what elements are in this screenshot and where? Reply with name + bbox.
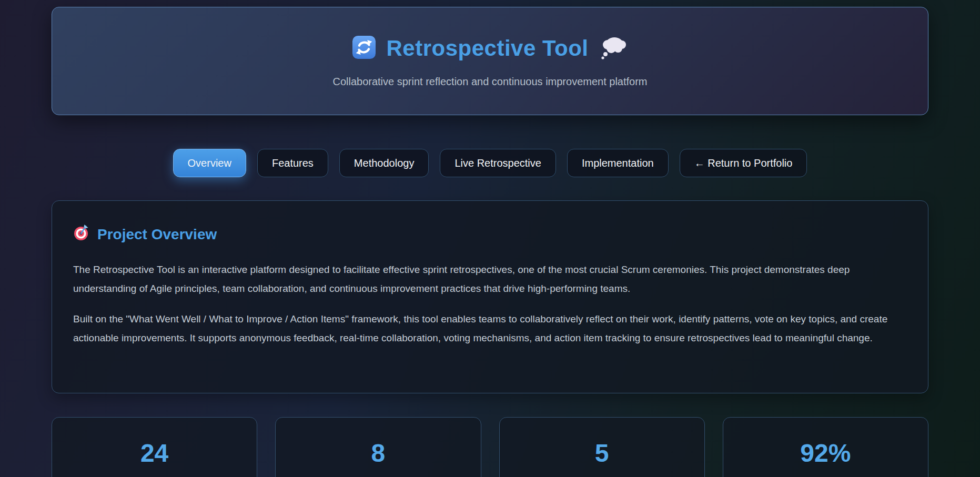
tab-live-retrospective[interactable]: Live Retrospective (440, 149, 556, 177)
hero-header-card: Retrospective Tool Collaborative sprint … (52, 7, 928, 115)
title-row: Retrospective Tool (352, 35, 629, 62)
thought-balloon-icon (599, 35, 628, 62)
overview-paragraph-1: The Retrospective Tool is an interactive… (73, 260, 907, 298)
project-overview-card: Project Overview The Retrospective Tool … (52, 200, 928, 393)
section-heading-text: Project Overview (97, 226, 217, 243)
tab-implementation[interactable]: Implementation (567, 149, 669, 177)
return-to-portfolio-button[interactable]: ← Return to Portfolio (680, 149, 807, 177)
section-heading: Project Overview (73, 224, 907, 245)
stat-card: 5 (499, 417, 705, 477)
stat-card: 92% (723, 417, 928, 477)
page-container: Retrospective Tool Collaborative sprint … (52, 0, 928, 477)
stat-value: 8 (371, 439, 386, 468)
stat-card: 8 (275, 417, 481, 477)
dart-target-icon (73, 224, 90, 245)
tab-bar: Overview Features Methodology Live Retro… (52, 149, 928, 177)
stats-row: 24 8 5 92% (52, 417, 928, 477)
overview-paragraph-2: Built on the "What Went Well / What to I… (73, 310, 907, 348)
stat-value: 24 (140, 439, 168, 468)
stat-value: 92% (800, 439, 851, 468)
tab-features[interactable]: Features (257, 149, 328, 177)
stat-card: 24 (52, 417, 257, 477)
page-subtitle: Collaborative sprint reflection and cont… (332, 76, 647, 88)
refresh-arrows-icon (352, 35, 376, 62)
stat-value: 5 (595, 439, 609, 468)
page-title: Retrospective Tool (387, 36, 589, 61)
tab-methodology[interactable]: Methodology (339, 149, 429, 177)
tab-overview[interactable]: Overview (173, 149, 246, 177)
